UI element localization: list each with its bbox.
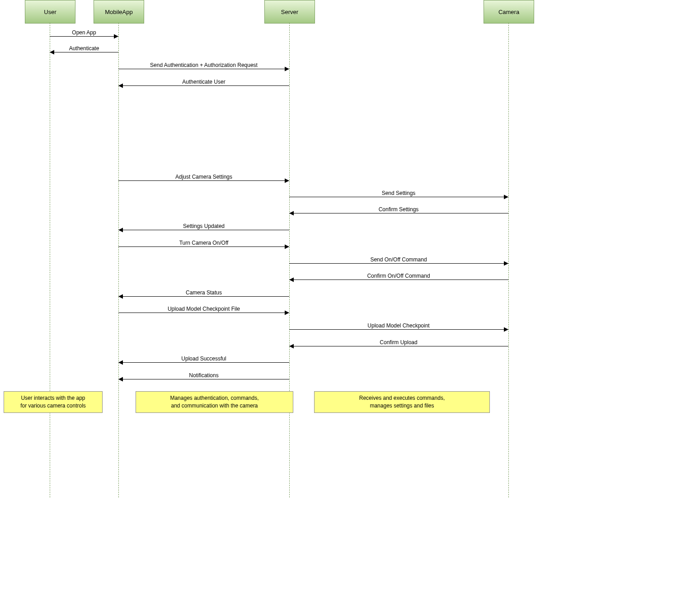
arrow-left-icon [50,50,54,55]
lifeline-camera [508,23,509,498]
arrow-left-icon [118,228,123,232]
arrow-right-icon [504,261,508,266]
msg-label: Adjust Camera Settings [175,174,232,180]
participant-label: User [44,9,56,15]
msg-label: Confirm Upload [380,339,417,346]
note-line: User interacts with the app [21,395,85,401]
arrow-right-icon [285,311,289,315]
lifeline-user [50,23,50,498]
msg-line [289,329,508,330]
msg-line [289,346,508,346]
note-line: Manages authentication, commands, [170,395,258,401]
msg-label: Confirm On/Off Command [367,273,430,279]
lifeline-mobileapp [118,23,119,498]
arrow-left-icon [118,360,123,365]
arrow-left-icon [118,84,123,88]
msg-label: Turn Camera On/Off [179,240,229,246]
arrow-left-icon [118,294,123,299]
msg-line [118,313,289,313]
msg-line [289,280,508,280]
msg-line [118,230,289,230]
participant-camera: Camera [484,0,534,24]
msg-line [118,296,289,297]
msg-line [50,36,118,37]
participant-mobileapp: MobileApp [94,0,144,24]
msg-label: Authenticate User [182,79,225,85]
msg-label: Confirm Settings [379,206,419,213]
arrow-left-icon [289,278,294,282]
msg-label: Upload Successful [181,355,226,362]
arrow-right-icon [285,179,289,183]
msg-line [118,69,289,69]
note-user: User interacts with the app for various … [4,391,103,413]
msg-label: Send Settings [382,190,416,196]
msg-line [289,197,508,197]
msg-line [50,52,118,52]
msg-line [118,246,289,247]
participant-label: MobileApp [105,9,132,15]
msg-label: Camera Status [186,289,222,296]
arrow-right-icon [285,67,289,71]
participant-user: User [25,0,75,24]
msg-label: Settings Updated [183,223,225,229]
lifeline-server [289,23,290,498]
msg-label: Open App [72,29,96,36]
msg-label: Upload Model Checkpoint [367,322,429,329]
arrow-right-icon [504,327,508,332]
arrow-left-icon [289,344,294,349]
msg-label: Notifications [189,372,218,379]
participant-label: Server [281,9,298,15]
note-line: manages settings and files [370,403,434,409]
arrow-right-icon [114,34,118,39]
msg-label: Send Authentication + Authorization Requ… [150,62,258,68]
note-line: Receives and executes commands, [359,395,445,401]
participant-server: Server [264,0,315,24]
participant-label: Camera [498,9,519,15]
msg-line [118,379,289,379]
msg-line [118,180,289,181]
msg-label: Upload Model Checkpoint File [168,306,240,312]
arrow-right-icon [504,195,508,199]
msg-line [289,263,508,264]
arrow-left-icon [289,211,294,216]
msg-label: Send On/Off Command [370,256,427,263]
msg-label: Authenticate [69,45,99,52]
msg-line [118,362,289,363]
note-line: and communication with the camera [171,403,258,409]
note-line: for various camera controls [20,403,86,409]
msg-line [118,85,289,86]
arrow-right-icon [285,245,289,249]
arrow-left-icon [118,377,123,382]
note-camera: Receives and executes commands, manages … [314,391,490,413]
note-server: Manages authentication, commands, and co… [136,391,293,413]
msg-line [289,213,508,213]
